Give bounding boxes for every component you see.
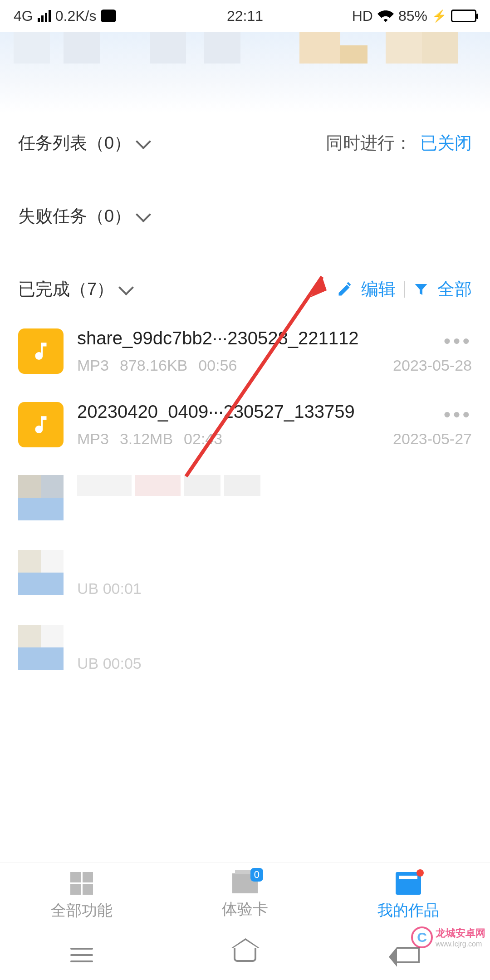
recent-apps-button[interactable] [52, 939, 111, 971]
status-left: 4G 0.2K/s [14, 8, 116, 24]
edit-button[interactable]: 编辑 [361, 278, 396, 301]
tab-label: 全部功能 [51, 900, 113, 921]
censored-thumbnail [18, 625, 64, 670]
concurrent-toggle[interactable]: 已关闭 [420, 132, 472, 155]
filter-button[interactable]: 全部 [437, 278, 472, 301]
divider [404, 281, 405, 298]
file-item[interactable]: 20230420_0409···230527_133759 MP3 3.12MB… [0, 388, 490, 461]
tab-my-works[interactable]: 我的作品 [327, 862, 490, 930]
card-icon: 0 [232, 873, 258, 893]
task-list-section[interactable]: 任务列表（0） 同时进行： 已关闭 [0, 118, 490, 168]
header-banner [0, 32, 490, 113]
card-badge: 0 [250, 868, 263, 882]
failed-tasks-label: 失败任务（0） [18, 205, 131, 228]
watermark-title: 龙城安卓网 [436, 926, 485, 940]
music-note-icon [29, 413, 52, 436]
file-size: 878.16KB [120, 357, 187, 374]
tab-label: 我的作品 [377, 900, 439, 921]
file-type: MP3 [77, 430, 109, 448]
home-button[interactable] [216, 939, 274, 971]
tab-all-functions[interactable]: 全部功能 [0, 862, 163, 930]
file-duration: 02:43 [184, 430, 222, 448]
status-bar: 4G 0.2K/s 22:11 HD 85% ⚡ [0, 0, 490, 32]
completed-section[interactable]: 已完成（7） 编辑 全部 [0, 264, 490, 314]
hd-label: HD [352, 8, 373, 24]
concurrent-label: 同时进行： [326, 132, 412, 155]
filter-icon[interactable] [413, 281, 429, 298]
file-date: 2023-05-28 [393, 357, 472, 374]
chevron-down-icon [118, 280, 134, 295]
signal-icon [38, 10, 51, 22]
home-icon [234, 948, 256, 962]
chevron-down-icon [136, 207, 151, 222]
file-item-censored[interactable] [0, 461, 490, 536]
file-date: 2023-05-27 [393, 430, 472, 448]
file-item-censored[interactable]: UB 00:01 [0, 536, 490, 611]
charging-icon: ⚡ [432, 9, 446, 23]
tab-experience-card[interactable]: 0 体验卡 [163, 862, 327, 930]
tab-label: 体验卡 [222, 899, 268, 920]
chevron-down-icon [136, 134, 151, 149]
bottom-tab-bar: 全部功能 0 体验卡 我的作品 [0, 862, 490, 930]
censored-thumbnail [18, 550, 64, 595]
more-button[interactable]: ●●● [439, 329, 476, 353]
file-type: MP3 [77, 357, 109, 374]
music-note-icon [29, 340, 52, 363]
watermark-url: www.lcjrg.com [436, 940, 485, 948]
file-name: 20230420_0409···230527_133759 [77, 402, 472, 422]
status-right: HD 85% ⚡ [352, 8, 476, 24]
file-duration: 00:56 [198, 357, 237, 374]
network-speed: 0.2K/s [55, 8, 97, 24]
more-button[interactable]: ●●● [439, 402, 476, 426]
message-icon [101, 10, 116, 22]
notification-dot [416, 869, 424, 877]
censored-meta: UB 00:01 [77, 580, 142, 598]
battery-icon [451, 10, 476, 22]
completed-label: 已完成（7） [18, 278, 114, 301]
audio-thumbnail [18, 402, 64, 447]
grid-icon [70, 872, 93, 895]
box-icon [396, 872, 421, 895]
clock: 22:11 [227, 8, 263, 24]
watermark: C 龙城安卓网 www.lcjrg.com [411, 926, 485, 948]
battery-percent: 85% [398, 8, 427, 24]
watermark-logo: C [411, 926, 433, 948]
file-item-censored[interactable]: UB 00:05 [0, 611, 490, 686]
censored-meta: UB 00:05 [77, 655, 142, 672]
censored-thumbnail [18, 475, 64, 520]
pencil-icon[interactable] [337, 281, 353, 298]
file-name: share_99dc7bb2···230528_221112 [77, 328, 472, 348]
failed-tasks-section[interactable]: 失败任务（0） [0, 191, 490, 241]
wifi-icon [377, 10, 394, 22]
file-item[interactable]: share_99dc7bb2···230528_221112 MP3 878.1… [0, 314, 490, 388]
network-type: 4G [14, 8, 33, 24]
file-size: 3.12MB [120, 430, 173, 448]
task-list-label: 任务列表（0） [18, 132, 131, 155]
audio-thumbnail [18, 328, 64, 374]
back-icon [397, 947, 420, 963]
hamburger-icon [70, 948, 93, 962]
